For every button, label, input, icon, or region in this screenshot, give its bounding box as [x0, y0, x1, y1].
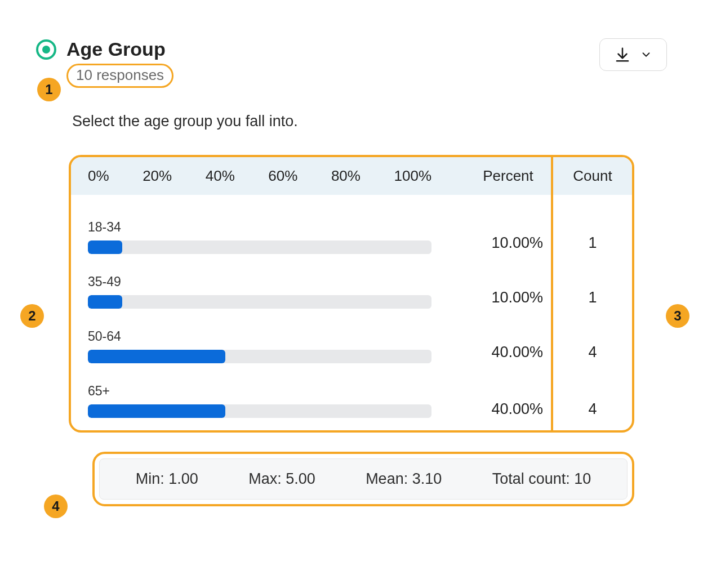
responses-count: 10 responses	[76, 66, 164, 83]
annotation-badge-3: 3	[666, 304, 689, 328]
question-card: Age Group 10 responses	[11, 11, 692, 577]
axis-header: 0% 20% 40% 60% 80% 100%	[71, 157, 463, 195]
bar-fill	[88, 240, 122, 254]
stat-min: Min: 1.00	[136, 470, 198, 488]
count-cell: 4	[553, 369, 632, 430]
axis-tick: 40%	[206, 167, 235, 185]
percent-cell: 10.00%	[463, 195, 553, 260]
axis-tick: 20%	[143, 167, 172, 185]
stat-value: 3.10	[412, 470, 442, 487]
axis-tick: 0%	[88, 167, 109, 185]
stat-total: Total count: 10	[492, 470, 591, 488]
bar-track	[88, 295, 431, 309]
bar-track	[88, 240, 431, 254]
responses-highlight: 10 responses	[66, 64, 173, 88]
download-button[interactable]	[599, 38, 667, 71]
axis-tick: 60%	[268, 167, 297, 185]
chart-highlight-outline: 0% 20% 40% 60% 80% 100% Percent Count	[69, 155, 634, 433]
percent-cell: 10.00%	[463, 260, 553, 314]
stat-label: Total count:	[492, 470, 575, 487]
bar-cell: 65+	[71, 369, 463, 430]
percent-cell: 40.00%	[463, 314, 553, 369]
percent-cell: 40.00%	[463, 369, 553, 430]
radio-icon	[36, 39, 56, 60]
card-header: Age Group 10 responses	[36, 38, 667, 88]
stat-value: 1.00	[168, 470, 198, 487]
bar-track	[88, 350, 431, 363]
stat-max: Max: 5.00	[248, 470, 315, 488]
bar-cell: 50-64	[71, 314, 463, 369]
bar-cell: 18-34	[71, 195, 463, 260]
bar-track	[88, 404, 431, 418]
row-label: 35-49	[88, 274, 446, 289]
count-cell: 4	[553, 314, 632, 369]
percent-header: Percent	[463, 157, 553, 195]
bar-fill	[88, 295, 122, 309]
annotation-badge-1: 1	[37, 78, 61, 101]
count-cell: 1	[553, 260, 632, 314]
chart-grid: 0% 20% 40% 60% 80% 100% Percent Count	[71, 157, 632, 430]
stat-label: Mean:	[366, 470, 412, 487]
row-label: 50-64	[88, 329, 446, 344]
count-header: Count	[553, 157, 632, 195]
bar-cell: 35-49	[71, 260, 463, 314]
stat-mean: Mean: 3.10	[366, 470, 442, 488]
responses-wrap: 10 responses	[66, 64, 173, 88]
stat-label: Max:	[248, 470, 286, 487]
download-icon	[614, 46, 631, 63]
stat-label: Min:	[136, 470, 169, 487]
row-label: 18-34	[88, 220, 446, 235]
stats-highlight-outline: Min: 1.00 Max: 5.00 Mean: 3.10 Total cou…	[92, 452, 634, 506]
axis-ticks: 0% 20% 40% 60% 80% 100%	[88, 167, 431, 185]
axis-tick: 80%	[331, 167, 361, 185]
question-description: Select the age group you fall into.	[72, 113, 667, 130]
annotation-badge-2: 2	[20, 304, 44, 328]
annotation-badge-4: 4	[44, 495, 68, 518]
bar-fill	[88, 404, 225, 418]
question-title: Age Group	[66, 38, 166, 60]
bar-fill	[88, 350, 225, 363]
row-label: 65+	[88, 384, 446, 399]
chart-area: 0% 20% 40% 60% 80% 100% Percent Count	[69, 155, 634, 433]
chevron-down-icon	[640, 48, 652, 61]
stats-bar: Min: 1.00 Max: 5.00 Mean: 3.10 Total cou…	[99, 458, 628, 500]
title-row: Age Group	[36, 38, 173, 60]
count-cell: 1	[553, 195, 632, 260]
stat-value: 5.00	[286, 470, 315, 487]
stat-value: 10	[574, 470, 591, 487]
axis-tick: 100%	[394, 167, 432, 185]
column-divider-highlight	[551, 157, 553, 430]
